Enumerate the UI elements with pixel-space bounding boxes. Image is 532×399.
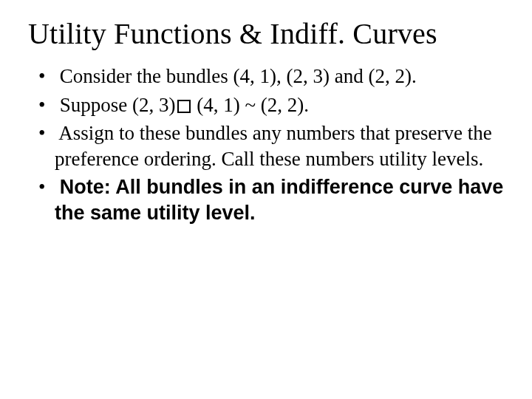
slide: Utility Functions & Indiff. Curves Consi… (0, 0, 532, 399)
preference-symbol-icon (177, 100, 191, 113)
bullet-item: Consider the bundles (4, 1), (2, 3) and … (38, 64, 504, 89)
bullet-text: Consider the bundles (4, 1), (2, 3) and … (60, 65, 417, 87)
bullet-list: Consider the bundles (4, 1), (2, 3) and … (28, 64, 504, 225)
bullet-item: Suppose (2, 3) (4, 1) ~ (2, 2). (38, 92, 504, 118)
bullet-text-note: Note: All bundles in an indifference cur… (55, 176, 503, 224)
bullet-text: Assign to these bundles any numbers that… (55, 122, 492, 170)
bullet-text-part-b: (4, 1) ~ (2, 2). (192, 94, 310, 116)
bullet-item: Note: All bundles in an indifference cur… (38, 174, 504, 225)
bullet-item: Assign to these bundles any numbers that… (38, 120, 504, 171)
slide-title: Utility Functions & Indiff. Curves (28, 18, 504, 50)
bullet-text-part-a: Suppose (2, 3) (60, 94, 176, 116)
